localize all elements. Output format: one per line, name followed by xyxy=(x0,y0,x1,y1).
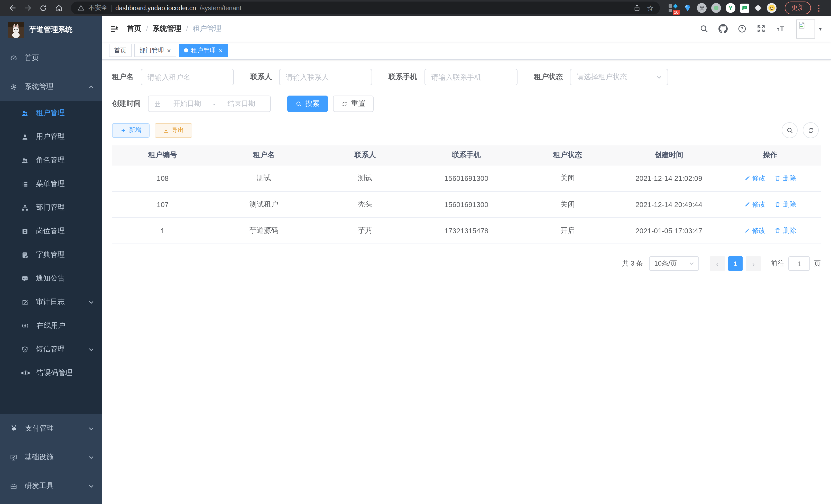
sidebar-item-label: 角色管理 xyxy=(36,156,65,165)
extensions-puzzle-icon[interactable] xyxy=(754,3,762,12)
app-logo[interactable]: 芋道管理系统 xyxy=(0,16,102,44)
navbar: 首页 / 系统管理 / 租户管理 ▾ xyxy=(102,16,831,41)
toggle-search-button[interactable] xyxy=(782,122,798,138)
contact-input[interactable] xyxy=(279,69,372,85)
extension-recorder-icon[interactable] xyxy=(711,3,721,13)
browser-forward-button[interactable] xyxy=(21,1,35,14)
extension-balloon-icon[interactable] xyxy=(683,3,692,13)
sidebar-item-menu[interactable]: 菜单管理 xyxy=(0,172,102,196)
breadcrumb-current: 租户管理 xyxy=(193,24,222,33)
cell-tenant-id: 107 xyxy=(112,191,213,217)
extension-y-icon[interactable]: Y xyxy=(726,3,736,13)
close-icon[interactable]: × xyxy=(167,47,171,54)
goto-page-input[interactable] xyxy=(789,256,810,271)
page-number-1[interactable]: 1 xyxy=(728,256,743,271)
tab-dept[interactable]: 部门管理 × xyxy=(134,44,176,57)
font-size-icon[interactable] xyxy=(776,24,786,33)
browser-back-button[interactable] xyxy=(5,1,20,14)
delete-link[interactable]: 删除 xyxy=(775,174,796,183)
sidebar-item-dict[interactable]: 字典管理 xyxy=(0,243,102,267)
export-button[interactable]: 导出 xyxy=(155,123,192,138)
user-avatar-dropdown[interactable]: ▾ xyxy=(796,19,822,38)
omnibox-divider xyxy=(111,4,112,11)
calendar-icon xyxy=(154,100,161,108)
sidebar-item-tenant[interactable]: 租户管理 xyxy=(0,101,102,125)
page-size-select[interactable]: 10条/页 xyxy=(649,256,699,271)
tenant-name-input[interactable] xyxy=(141,69,234,85)
sidebar: 芋道管理系统 首页 系统管理 租户管理 用户管理 角色管理 xyxy=(0,16,102,504)
status-select[interactable]: 请选择租户状态 xyxy=(570,69,668,85)
online-signal-icon xyxy=(21,322,29,330)
sidebar-item-label: 研发工具 xyxy=(25,481,53,491)
sidebar-item-label: 审计日志 xyxy=(36,297,65,307)
tab-home[interactable]: 首页 xyxy=(109,44,132,57)
sidebar-item-audit-log[interactable]: 审计日志 xyxy=(0,290,102,314)
browser-home-button[interactable] xyxy=(51,1,66,14)
header-search-icon[interactable] xyxy=(700,24,709,33)
cell-contact: 秃头 xyxy=(315,191,416,217)
sidebar-item-sms[interactable]: 短信管理 xyxy=(0,337,102,361)
extension-tabs-icon[interactable]: ◆ 10 xyxy=(668,3,678,13)
sidebar-item-post[interactable]: 岗位管理 xyxy=(0,219,102,243)
sidebar-item-system[interactable]: 系统管理 xyxy=(0,72,102,101)
edit-link[interactable]: 修改 xyxy=(744,174,766,183)
reset-button[interactable]: 重置 xyxy=(333,95,374,112)
code-icon: </> xyxy=(21,369,29,377)
sidebar-item-infra[interactable]: 基础设施 xyxy=(0,443,102,472)
extension-square xyxy=(668,9,672,12)
add-button[interactable]: 新增 xyxy=(112,123,149,138)
sidebar-collapse-icon[interactable] xyxy=(102,16,127,41)
sidebar-item-online-users[interactable]: 在线用户 xyxy=(0,314,102,337)
edit-link[interactable]: 修改 xyxy=(744,200,766,209)
status-label: 租户状态 xyxy=(534,72,563,82)
sidebar-item-role[interactable]: 角色管理 xyxy=(0,148,102,172)
extension-chat-icon[interactable] xyxy=(740,3,749,12)
bookmark-star-icon[interactable]: ☆ xyxy=(647,4,654,12)
cell-tenant-name: 芋道源码 xyxy=(213,217,315,244)
search-button[interactable]: 搜索 xyxy=(287,95,328,112)
sidebar-item-user[interactable]: 用户管理 xyxy=(0,125,102,148)
org-chart-icon xyxy=(21,204,29,211)
fullscreen-icon[interactable] xyxy=(757,24,766,33)
next-page-button[interactable]: › xyxy=(746,256,761,271)
browser-reload-button[interactable] xyxy=(36,1,50,14)
delete-link[interactable]: 删除 xyxy=(775,200,796,209)
table-row: 1 芋道源码 芋艿 17321315478 开启 2021-01-05 17:0… xyxy=(112,217,821,244)
refresh-table-button[interactable] xyxy=(803,122,819,138)
security-label[interactable]: 不安全 xyxy=(88,4,108,12)
github-icon[interactable] xyxy=(719,24,728,33)
sidebar-item-error-code[interactable]: </> 错误码管理 xyxy=(0,361,102,385)
chevron-down-icon xyxy=(88,425,94,432)
trash-icon xyxy=(775,228,781,234)
sidebar-item-home[interactable]: 首页 xyxy=(0,44,102,72)
share-icon[interactable] xyxy=(633,4,640,12)
tenant-name-label: 租户名 xyxy=(112,72,134,82)
avatar-broken-image[interactable] xyxy=(796,19,815,38)
tab-tenant[interactable]: 租户管理 × xyxy=(179,44,228,57)
cell-created: 2021-12-14 20:49:44 xyxy=(618,191,719,217)
briefcase-icon xyxy=(10,482,18,490)
help-icon[interactable] xyxy=(738,24,747,33)
sidebar-item-payment[interactable]: ¥ 支付管理 xyxy=(0,414,102,443)
prev-page-button[interactable]: ‹ xyxy=(710,256,725,271)
sidebar-item-notice[interactable]: 通知公告 xyxy=(0,267,102,290)
delete-link[interactable]: 删除 xyxy=(775,226,796,235)
tab-label: 租户管理 xyxy=(191,46,216,55)
edit-link[interactable]: 修改 xyxy=(744,226,766,235)
chrome-update-button[interactable]: 更新 xyxy=(785,2,811,14)
search-icon xyxy=(295,100,302,107)
sidebar-item-dept[interactable]: 部门管理 xyxy=(0,196,102,219)
monitor-icon xyxy=(10,453,18,461)
close-icon[interactable]: × xyxy=(219,47,223,54)
browser-menu-icon[interactable]: ⋮ xyxy=(812,3,826,12)
extension-command-icon[interactable] xyxy=(697,3,707,13)
date-range-picker[interactable]: 开始日期 - 结束日期 xyxy=(148,95,271,112)
breadcrumb-home[interactable]: 首页 xyxy=(127,24,141,33)
sidebar-item-dev-tools[interactable]: 研发工具 xyxy=(0,472,102,500)
profile-avatar[interactable] xyxy=(767,3,776,13)
phone-input[interactable] xyxy=(425,69,517,85)
breadcrumb-system[interactable]: 系统管理 xyxy=(153,24,181,33)
column-header: 操作 xyxy=(719,145,821,165)
total-count: 共 3 条 xyxy=(622,259,643,268)
address-bar[interactable]: 不安全 dashboard.yudao.iocoder.cn /system/t… xyxy=(71,2,660,14)
